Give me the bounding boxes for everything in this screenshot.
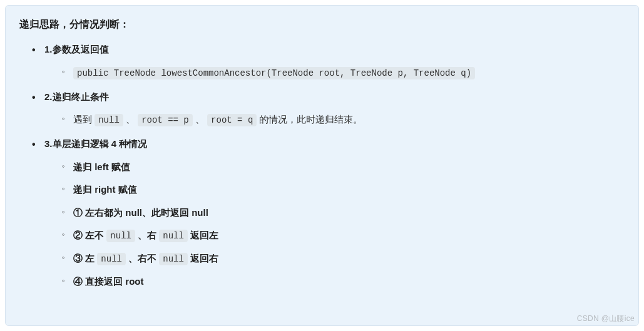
item-3: 3.单层递归逻辑 4 种情况 递归 left 赋值 递归 right 赋值 ① … (32, 137, 625, 289)
item-3-sub-3: ② 左不 null 、右 null 返回左 (62, 228, 625, 243)
code-null: null (95, 114, 123, 126)
level1-list: 1.参数及返回值 public TreeNode lowestCommonAnc… (19, 43, 625, 289)
text-segment: 、 (126, 114, 138, 125)
code-signature: public TreeNode lowestCommonAncestor(Tre… (73, 67, 475, 79)
watermark: CSDN @山腰ice (577, 313, 635, 324)
item-1-sublist: public TreeNode lowestCommonAncestor(Tre… (44, 66, 625, 80)
code-null: null (97, 253, 126, 265)
code-root-eq-q: root = q (207, 114, 257, 126)
item-2-sub-0: 遇到 null 、 root == p 、 root = q 的情况，此时递归结… (62, 113, 625, 127)
text-segment: 返回右 (190, 253, 218, 263)
item-1-sub-0: public TreeNode lowestCommonAncestor(Tre… (62, 66, 625, 80)
text-segment: ② 左不 (73, 230, 106, 240)
item-3-sub-5: ④ 直接返回 root (62, 275, 625, 289)
text-segment: 、右 (138, 230, 159, 240)
text-segment: 、右不 (128, 253, 159, 263)
code-root-eq-p: root == p (138, 114, 193, 126)
text-segment: 、 (195, 114, 205, 125)
item-1: 1.参数及返回值 public TreeNode lowestCommonAnc… (32, 43, 625, 80)
item-3-sub-4: ③ 左 null 、右不 null 返回右 (62, 252, 625, 266)
item-3-sub-0: 递归 left 赋值 (62, 160, 625, 175)
code-null: null (159, 253, 188, 265)
item-2-sublist: 遇到 null 、 root == p 、 root = q 的情况，此时递归结… (44, 113, 625, 127)
code-null: null (159, 230, 188, 242)
text-segment: 的情况，此时递归结束。 (259, 114, 362, 125)
text-segment: 返回左 (190, 230, 218, 240)
code-null: null (106, 230, 135, 242)
item-2-title: 2.递归终止条件 (44, 91, 109, 102)
item-2: 2.递归终止条件 遇到 null 、 root == p 、 root = q … (32, 90, 625, 128)
text-segment: 遇到 (73, 114, 95, 125)
text-segment: ③ 左 (73, 253, 97, 263)
item-3-sub-1: 递归 right 赋值 (62, 183, 625, 197)
item-3-sub-2: ① 左右都为 null、此时返回 null (62, 206, 625, 220)
item-3-title: 3.单层递归逻辑 4 种情况 (44, 138, 147, 149)
item-3-sublist: 递归 left 赋值 递归 right 赋值 ① 左右都为 null、此时返回 … (44, 160, 625, 289)
item-1-title: 1.参数及返回值 (44, 44, 109, 54)
note-card: 递归思路，分情况判断： 1.参数及返回值 public TreeNode low… (5, 5, 639, 326)
note-heading: 递归思路，分情况判断： (19, 17, 625, 31)
